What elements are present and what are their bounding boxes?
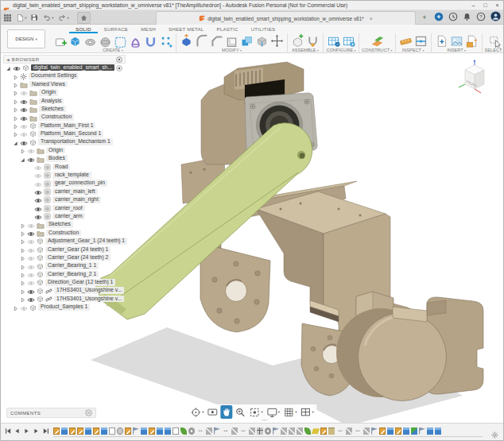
create-sketch-icon[interactable] bbox=[52, 33, 68, 48]
timeline-feature-move[interactable] bbox=[257, 427, 263, 435]
browser-item-rack-template[interactable]: rack_template bbox=[3, 171, 126, 179]
timeline-feature-flag[interactable] bbox=[273, 427, 279, 435]
timeline-feature-dots[interactable]: ••• bbox=[196, 427, 204, 435]
browser-item-label[interactable]: Carrier_Bearing_2 1 bbox=[45, 271, 99, 278]
view-cube[interactable]: FRONT bbox=[457, 60, 492, 96]
timeline-feature-folder[interactable] bbox=[328, 427, 335, 435]
timeline-feature-extrude[interactable] bbox=[435, 427, 441, 435]
timeline-settings-gear[interactable] bbox=[491, 427, 498, 441]
new-component-icon[interactable] bbox=[290, 33, 305, 48]
timeline-feature-extrude[interactable] bbox=[157, 427, 163, 435]
timeline-feature-hole[interactable] bbox=[117, 427, 123, 435]
timeline-feature-sketch[interactable] bbox=[77, 427, 83, 435]
grid-snaps-tool[interactable]: ▾ bbox=[282, 405, 297, 419]
shell-icon[interactable] bbox=[224, 33, 239, 48]
timeline-feature-dots[interactable]: ••• bbox=[239, 427, 247, 435]
timeline-feature-flag[interactable] bbox=[133, 427, 139, 435]
notifications-icon[interactable] bbox=[463, 10, 471, 25]
viewports-tool[interactable]: ▾ bbox=[299, 405, 314, 419]
timeline-feature-extrude[interactable] bbox=[403, 427, 409, 435]
browser-item-label[interactable]: Product_Samples 1 bbox=[38, 304, 90, 311]
browser-item-label[interactable]: carrier_main_right bbox=[52, 196, 101, 203]
recent-icon[interactable] bbox=[448, 10, 458, 25]
browser-item-product-samples-1[interactable]: Product_Samples 1 bbox=[3, 303, 126, 311]
extensions-icon[interactable] bbox=[434, 10, 444, 25]
timeline-feature-sketch[interactable] bbox=[125, 427, 131, 435]
timeline-feature-extrude[interactable] bbox=[427, 427, 433, 435]
browser-item-label[interactable]: Origin bbox=[46, 147, 65, 154]
combine-icon[interactable] bbox=[239, 33, 254, 48]
profile-icon[interactable] bbox=[490, 10, 501, 25]
close-tab-icon[interactable]: × bbox=[370, 16, 373, 21]
chamfer-icon[interactable] bbox=[209, 33, 224, 48]
timeline-feature-sketch[interactable] bbox=[149, 427, 155, 435]
browser-item-label[interactable]: carrier_main_left bbox=[52, 188, 98, 195]
browser-item-label[interactable]: Construction bbox=[39, 114, 74, 121]
offset-face-icon[interactable] bbox=[254, 33, 269, 48]
browser-item-label[interactable]: Platform_Main_First 1 bbox=[38, 122, 95, 130]
timeline-feature-extrude[interactable] bbox=[85, 427, 91, 435]
measure-icon[interactable] bbox=[398, 33, 413, 48]
timeline-skip-end-button[interactable] bbox=[42, 427, 49, 435]
browser-item-label[interactable]: Origin bbox=[39, 89, 58, 96]
browser-item-label[interactable]: Sketches bbox=[46, 221, 73, 228]
press-pull-icon[interactable] bbox=[179, 33, 194, 48]
loft-icon[interactable] bbox=[113, 33, 128, 48]
timeline-feature-flag[interactable] bbox=[419, 427, 425, 435]
timeline-feature-dots[interactable]: ••• bbox=[222, 427, 230, 435]
minimize-button[interactable]: – bbox=[467, 1, 479, 10]
ribbon-group-label-inspect[interactable]: INSPECT ▾ bbox=[402, 48, 425, 53]
tab-sheet-metal[interactable]: SHEET METAL bbox=[162, 25, 211, 33]
browser-item-label[interactable]: gear_connection_pin bbox=[52, 180, 107, 187]
browser-item-label[interactable]: Construction bbox=[46, 230, 81, 237]
timeline-feature-flag[interactable] bbox=[214, 427, 220, 435]
timeline-feature-joint[interactable] bbox=[297, 427, 303, 435]
section-analysis-icon[interactable] bbox=[413, 33, 428, 48]
browser-item-carrier-roof[interactable]: carrier_roof bbox=[3, 204, 126, 212]
timeline-feature-dots[interactable]: ••• bbox=[354, 427, 362, 435]
timeline-feature-gear[interactable] bbox=[265, 427, 271, 435]
ribbon-group-label-configure[interactable]: CONFIGURE ▾ bbox=[326, 48, 355, 53]
timeline-feature-flag[interactable] bbox=[371, 427, 378, 435]
expander-icon[interactable] bbox=[13, 300, 18, 315]
timeline-feature-gear[interactable] bbox=[188, 427, 195, 435]
new-tab-button[interactable]: + bbox=[420, 13, 429, 22]
timeline-feature-mesh[interactable] bbox=[411, 427, 417, 435]
timeline-feature-sketch[interactable] bbox=[93, 427, 99, 435]
timeline-feature-leaf[interactable] bbox=[180, 427, 187, 435]
ribbon-group-label-insert[interactable]: INSERT ▾ bbox=[447, 48, 466, 53]
timeline-feature-dots[interactable]: ••• bbox=[336, 427, 344, 435]
browser-item-label[interactable]: 17HS3401_Usongshine v... bbox=[54, 287, 124, 294]
timeline-skip-start-button[interactable] bbox=[4, 427, 11, 435]
timeline-feature-doc[interactable] bbox=[173, 427, 179, 435]
browser-item-label[interactable]: Transportation_Mechanism 1 bbox=[38, 138, 113, 145]
activate-component-radio[interactable] bbox=[116, 60, 122, 75]
browser-item-label[interactable]: digital_twin_enabled_smart_sh... bbox=[31, 64, 114, 72]
browser-item-label[interactable]: Carrier_Gear (24 teeth) 1 bbox=[45, 246, 110, 253]
timeline-feature-joint[interactable] bbox=[289, 427, 295, 435]
tab-plastic[interactable]: PLASTIC bbox=[211, 25, 245, 33]
timeline-feature-joint[interactable] bbox=[231, 427, 238, 435]
sweep-icon[interactable] bbox=[98, 33, 113, 48]
insert-mesh-icon[interactable] bbox=[464, 33, 479, 48]
pipe-icon[interactable] bbox=[143, 33, 158, 48]
select-window-icon[interactable] bbox=[487, 33, 502, 48]
browser-item-label[interactable]: Platform_Main_Second 1 bbox=[38, 130, 103, 137]
ribbon-group-label-create[interactable]: CREATE ▾ bbox=[103, 48, 123, 53]
fit-tool[interactable]: ▾ bbox=[249, 405, 264, 419]
browser-item-bodies[interactable]: Bodies bbox=[3, 154, 126, 162]
model-wheel-assembly[interactable] bbox=[336, 292, 483, 401]
insert-image-icon[interactable] bbox=[449, 33, 464, 48]
eye-hidden-icon[interactable] bbox=[20, 300, 28, 315]
browser-item-label[interactable]: Carrier_Gear (24 teeth) 2 bbox=[45, 254, 110, 261]
browser-item-label[interactable]: Analysis bbox=[39, 98, 64, 105]
browser-item-label[interactable]: Document Settings bbox=[29, 72, 79, 79]
joint-icon[interactable] bbox=[305, 33, 320, 48]
timeline-feature-joint[interactable] bbox=[363, 427, 370, 435]
browser-item-gear-connection-pin[interactable]: gear_connection_pin bbox=[3, 179, 126, 187]
browser-item-label[interactable]: Direction_Gear (12 teeth) 1 bbox=[45, 279, 115, 286]
ribbon-group-label-construct[interactable]: CONSTRUCT ▾ bbox=[362, 48, 393, 53]
maximize-button[interactable]: □ bbox=[479, 1, 491, 10]
expander-icon[interactable] bbox=[6, 60, 11, 75]
file-button[interactable]: ▾ bbox=[15, 12, 27, 23]
